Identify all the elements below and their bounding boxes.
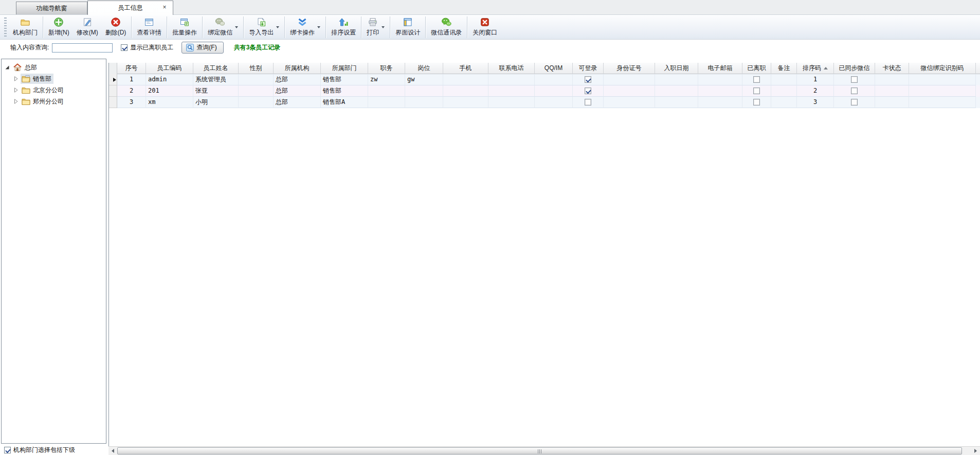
toolbar-button[interactable]: 关闭窗口 — [469, 16, 501, 39]
toolbar-separator — [243, 16, 244, 38]
tree-item[interactable]: 总部 — [2, 62, 106, 73]
org-folder-icon — [20, 17, 30, 27]
query-button[interactable]: 查询(F) — [182, 42, 223, 54]
column-header[interactable]: 身份证号 — [604, 63, 655, 74]
column-header[interactable]: 员工姓名 — [193, 63, 239, 74]
table-cell: 1 — [117, 74, 146, 85]
checkbox-unchecked[interactable] — [851, 99, 858, 106]
horizontal-scrollbar[interactable] — [108, 446, 980, 455]
expander-collapsed-icon[interactable] — [13, 99, 19, 104]
checkbox-unchecked[interactable] — [851, 87, 858, 94]
expander-expanded-icon[interactable] — [5, 65, 10, 70]
table-row[interactable]: 2201张亚总部销售部2 — [109, 85, 980, 97]
scroll-left-button[interactable] — [108, 447, 117, 455]
table-row[interactable]: 1admin系统管理员总部销售部zwgw1 — [109, 74, 980, 85]
table-row[interactable]: 3xm小明总部销售部A3 — [109, 97, 980, 108]
toolbar-button[interactable]: 界面设计 — [392, 16, 424, 39]
toolbar-button[interactable]: 查看详情 — [133, 16, 165, 39]
column-header[interactable]: 员工编码 — [146, 63, 193, 74]
checkbox-checked[interactable] — [585, 76, 591, 83]
toolbar-separator — [131, 16, 132, 38]
toolbar-button[interactable]: 批量操作 — [169, 16, 201, 39]
column-header[interactable]: 备注 — [771, 63, 797, 74]
toolbar-button-label: 微信通讯录 — [431, 28, 462, 37]
column-header[interactable]: 性别 — [239, 63, 274, 74]
column-header[interactable]: 卡状态 — [875, 63, 909, 74]
column-header[interactable]: 职务 — [368, 63, 405, 74]
column-header-label: 员工编码 — [157, 64, 182, 72]
checkbox-unchecked[interactable] — [753, 99, 760, 106]
toolbar-button[interactable]: 机构部门 — [9, 16, 41, 39]
toolbar-button[interactable]: 微信通讯录 — [427, 16, 465, 39]
column-header[interactable]: 已离职 — [742, 63, 771, 74]
column-header[interactable]: 联系电话 — [488, 63, 535, 74]
expander-collapsed-icon[interactable] — [13, 87, 19, 93]
column-header[interactable]: 已同步微信 — [834, 63, 875, 74]
column-header-label: 所属部门 — [332, 64, 357, 72]
employee-grid: 序号员工编码员工姓名性别所属机构所属部门职务岗位手机联系电话QQ/IM可登录身份… — [108, 63, 980, 446]
scroll-right-button[interactable] — [971, 447, 980, 455]
tree-item[interactable]: 销售部 — [2, 73, 106, 84]
checkbox-unchecked[interactable] — [851, 76, 858, 83]
column-header[interactable]: 所属部门 — [321, 63, 368, 74]
toolbar-button[interactable]: 新增(N) — [45, 16, 73, 39]
tree-item[interactable]: 郑州分公司 — [2, 96, 106, 107]
column-header[interactable]: 可登录 — [573, 63, 604, 74]
show-resigned-checkbox[interactable] — [121, 44, 128, 51]
toolbar-button[interactable]: 修改(M) — [73, 16, 102, 39]
column-header[interactable]: 序号 — [117, 63, 146, 74]
scrollbar-thumb[interactable] — [117, 447, 962, 454]
checkbox-cell — [742, 85, 771, 97]
include-sub-dept-checkbox[interactable] — [4, 447, 11, 453]
table-cell — [405, 85, 443, 97]
table-cell: 3 — [117, 97, 146, 108]
search-input[interactable] — [52, 43, 113, 52]
edit-icon — [82, 17, 93, 27]
toolbar-button-label: 绑定微信 — [208, 28, 232, 37]
toolbar-button[interactable]: 导入导出 — [245, 16, 283, 39]
column-header-label: 可登录 — [579, 64, 597, 72]
column-header[interactable]: 微信绑定识别码 — [909, 63, 976, 74]
column-header[interactable]: QQ/IM — [535, 63, 573, 74]
column-header[interactable]: 电子邮箱 — [698, 63, 742, 74]
toolbar-button[interactable]: 排序设置 — [328, 16, 359, 39]
toolbar-button[interactable]: 绑定微信 — [204, 16, 242, 39]
toolbar-button[interactable]: 打印 — [363, 16, 388, 39]
table-cell — [698, 97, 742, 108]
toolbar-button[interactable]: 绑卡操作 — [286, 16, 324, 39]
toolbar-grip[interactable] — [4, 18, 7, 37]
column-header[interactable]: 所属机构 — [274, 63, 321, 74]
magnifier-icon — [186, 44, 194, 51]
tree-item[interactable]: 北京分公司 — [2, 84, 106, 96]
column-header-label: 电子邮箱 — [708, 64, 733, 72]
query-button-label: 查询(F) — [196, 43, 216, 52]
column-header[interactable]: 排序码 — [797, 63, 834, 74]
column-header[interactable]: 手机 — [443, 63, 488, 74]
table-cell: 2 — [117, 85, 146, 97]
folder-icon — [22, 86, 30, 94]
toolbar-button-label: 关闭窗口 — [473, 28, 497, 37]
table-cell: xm — [146, 97, 193, 108]
home-icon — [13, 63, 22, 72]
toolbar-separator — [390, 16, 390, 38]
toolbar-button[interactable]: 删除(D) — [102, 16, 130, 39]
sort-ascending-icon — [824, 67, 828, 69]
checkbox-unchecked[interactable] — [753, 87, 760, 94]
column-header[interactable]: 岗位 — [405, 63, 443, 74]
checkbox-checked[interactable] — [585, 87, 591, 94]
checkbox-unchecked[interactable] — [753, 76, 760, 83]
dropdown-arrow-icon[interactable] — [276, 26, 279, 28]
toolbar-button-label: 绑卡操作 — [290, 28, 315, 37]
column-header[interactable]: 入职日期 — [655, 63, 698, 74]
column-header-label: 序号 — [125, 64, 138, 72]
row-indicator — [109, 85, 117, 97]
dropdown-arrow-icon[interactable] — [317, 26, 320, 28]
tab-function-nav[interactable]: 功能导航窗 — [16, 2, 87, 14]
dropdown-arrow-icon[interactable] — [382, 26, 385, 28]
table-cell — [909, 97, 976, 108]
dropdown-arrow-icon[interactable] — [235, 26, 238, 28]
checkbox-unchecked[interactable] — [585, 99, 591, 106]
tab-close-icon[interactable]: × — [161, 4, 168, 11]
tab-employee-info[interactable]: 员工信息 × — [87, 1, 173, 15]
expander-collapsed-icon[interactable] — [13, 76, 19, 81]
